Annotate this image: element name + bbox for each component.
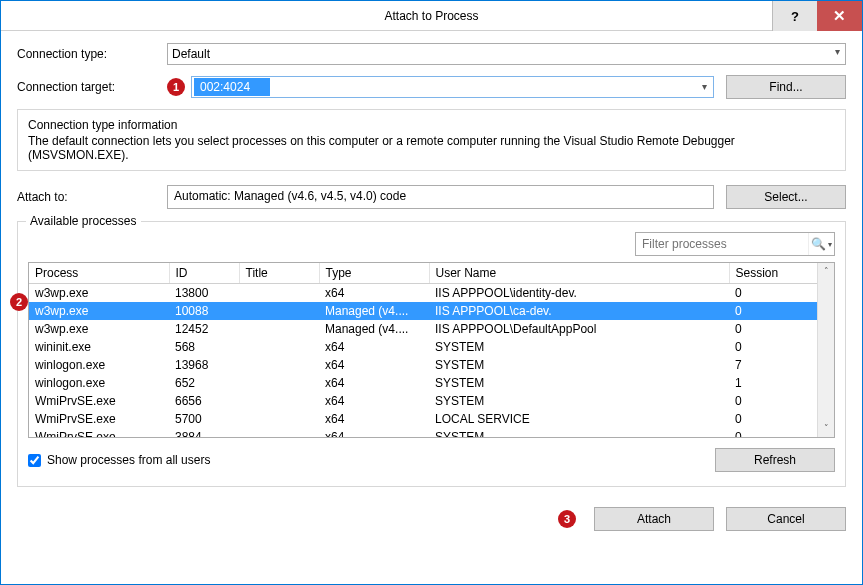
filter-input-wrap[interactable]: 🔍▾ <box>635 232 835 256</box>
cell-session: 0 <box>729 320 817 338</box>
table-row[interactable]: WmiPrvSE.exe3884x64SYSTEM0 <box>29 428 817 437</box>
cell-session: 0 <box>729 428 817 437</box>
cell-id: 13800 <box>169 284 239 303</box>
cell-id: 3884 <box>169 428 239 437</box>
available-processes-group: Available processes 🔍▾ 2 Process ID <box>17 221 846 487</box>
cell-session: 0 <box>729 338 817 356</box>
cell-title <box>239 356 319 374</box>
cell-process: w3wp.exe <box>29 302 169 320</box>
cell-id: 13968 <box>169 356 239 374</box>
table-row[interactable]: w3wp.exe13800x64IIS APPPOOL\identity-dev… <box>29 284 817 303</box>
chevron-down-icon: ▾ <box>702 81 707 92</box>
cell-type: x64 <box>319 410 429 428</box>
below-table-row: Show processes from all users Refresh <box>28 448 835 472</box>
connection-info-box: Connection type information The default … <box>17 109 846 171</box>
scroll-down-icon[interactable]: ˅ <box>818 420 834 437</box>
find-button[interactable]: Find... <box>726 75 846 99</box>
window-controls: ? ✕ <box>772 1 862 31</box>
connection-target-input[interactable]: 002:4024 ▾ <box>191 76 714 98</box>
cell-process: winlogon.exe <box>29 374 169 392</box>
vertical-scrollbar[interactable]: ˄ ˅ <box>817 263 834 437</box>
col-id[interactable]: ID <box>169 263 239 284</box>
connection-type-label: Connection type: <box>17 47 167 61</box>
cell-id: 5700 <box>169 410 239 428</box>
cell-user: SYSTEM <box>429 428 729 437</box>
cell-user: SYSTEM <box>429 356 729 374</box>
cell-id: 10088 <box>169 302 239 320</box>
col-user[interactable]: User Name <box>429 263 729 284</box>
cell-user: IIS APPPOOL\ca-dev. <box>429 302 729 320</box>
scroll-up-icon[interactable]: ˄ <box>818 263 834 280</box>
attach-to-row: Attach to: Automatic: Managed (v4.6, v4.… <box>17 185 846 209</box>
cell-user: LOCAL SERVICE <box>429 410 729 428</box>
cell-title <box>239 392 319 410</box>
cell-title <box>239 338 319 356</box>
table-row[interactable]: w3wp.exe10088Managed (v4....IIS APPPOOL\… <box>29 302 817 320</box>
cell-session: 7 <box>729 356 817 374</box>
dialog-buttons: 3 Attach Cancel <box>17 507 846 531</box>
cell-id: 6656 <box>169 392 239 410</box>
filter-processes-input[interactable] <box>636 234 808 254</box>
select-button[interactable]: Select... <box>726 185 846 209</box>
table-row[interactable]: WmiPrvSE.exe5700x64LOCAL SERVICE0 <box>29 410 817 428</box>
connection-type-select[interactable]: Default ▾ <box>167 43 846 65</box>
cell-process: WmiPrvSE.exe <box>29 428 169 437</box>
cell-user: IIS APPPOOL\DefaultAppPool <box>429 320 729 338</box>
col-session[interactable]: Session <box>729 263 817 284</box>
cell-process: wininit.exe <box>29 338 169 356</box>
show-all-users-checkbox[interactable]: Show processes from all users <box>28 453 210 467</box>
cell-type: x64 <box>319 338 429 356</box>
cancel-button[interactable]: Cancel <box>726 507 846 531</box>
filter-row: 🔍▾ <box>28 232 835 256</box>
callout-marker-2: 2 <box>10 293 28 311</box>
table-row[interactable]: w3wp.exe12452Managed (v4....IIS APPPOOL\… <box>29 320 817 338</box>
cell-title <box>239 302 319 320</box>
cell-id: 652 <box>169 374 239 392</box>
cell-session: 1 <box>729 374 817 392</box>
table-header-row: Process ID Title Type User Name Session <box>29 263 817 284</box>
connection-info-heading: Connection type information <box>28 118 835 132</box>
cell-user: SYSTEM <box>429 374 729 392</box>
col-title[interactable]: Title <box>239 263 319 284</box>
show-all-users-label: Show processes from all users <box>47 453 210 467</box>
refresh-button[interactable]: Refresh <box>715 448 835 472</box>
callout-marker-1: 1 <box>167 78 185 96</box>
connection-type-row: Connection type: Default ▾ <box>17 43 846 65</box>
callout-marker-3: 3 <box>558 510 576 528</box>
table-row[interactable]: WmiPrvSE.exe6656x64SYSTEM0 <box>29 392 817 410</box>
process-table-scroll[interactable]: Process ID Title Type User Name Session … <box>29 263 817 437</box>
connection-info-body: The default connection lets you select p… <box>28 134 835 162</box>
cell-title <box>239 428 319 437</box>
attach-to-value: Automatic: Managed (v4.6, v4.5, v4.0) co… <box>167 185 714 209</box>
cell-session: 0 <box>729 302 817 320</box>
col-process[interactable]: Process <box>29 263 169 284</box>
cell-process: WmiPrvSE.exe <box>29 410 169 428</box>
cell-type: x64 <box>319 356 429 374</box>
col-type[interactable]: Type <box>319 263 429 284</box>
table-row[interactable]: winlogon.exe652x64SYSTEM1 <box>29 374 817 392</box>
cell-user: SYSTEM <box>429 338 729 356</box>
cell-type: Managed (v4.... <box>319 320 429 338</box>
available-processes-legend: Available processes <box>26 214 141 228</box>
cell-process: WmiPrvSE.exe <box>29 392 169 410</box>
show-all-users-input[interactable] <box>28 454 41 467</box>
table-row[interactable]: wininit.exe568x64SYSTEM0 <box>29 338 817 356</box>
cell-session: 0 <box>729 410 817 428</box>
dialog-title: Attach to Process <box>384 9 478 23</box>
table-row[interactable]: winlogon.exe13968x64SYSTEM7 <box>29 356 817 374</box>
attach-to-label: Attach to: <box>17 190 167 204</box>
cell-process: w3wp.exe <box>29 320 169 338</box>
attach-button[interactable]: Attach <box>594 507 714 531</box>
close-button[interactable]: ✕ <box>817 1 862 31</box>
help-button[interactable]: ? <box>772 1 817 31</box>
cell-type: x64 <box>319 428 429 437</box>
cell-session: 0 <box>729 392 817 410</box>
cell-id: 12452 <box>169 320 239 338</box>
cell-id: 568 <box>169 338 239 356</box>
cell-process: w3wp.exe <box>29 284 169 303</box>
connection-target-row: Connection target: 1 002:4024 ▾ Find... <box>17 75 846 99</box>
cell-title <box>239 410 319 428</box>
titlebar: Attach to Process ? ✕ <box>1 1 862 31</box>
cell-user: IIS APPPOOL\identity-dev. <box>429 284 729 303</box>
search-icon[interactable]: 🔍▾ <box>808 233 834 255</box>
